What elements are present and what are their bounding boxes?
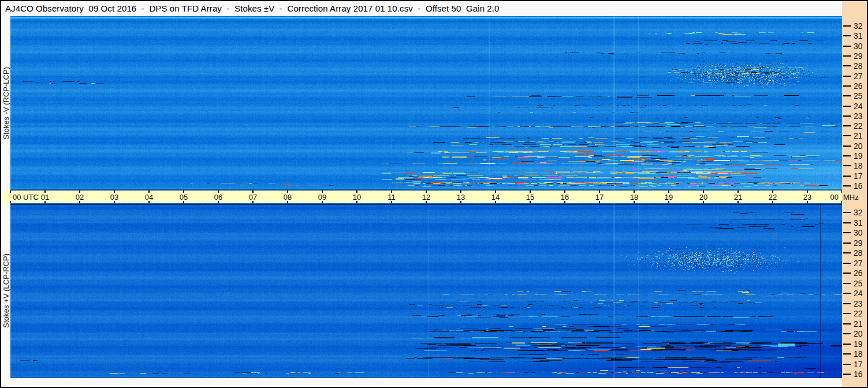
freq-tick	[843, 146, 851, 147]
freq-tick	[843, 333, 851, 334]
time-label-00: 00	[830, 193, 839, 202]
freq-tick	[843, 85, 851, 87]
freq-label-25: 25	[854, 279, 863, 288]
freq-tick	[843, 155, 851, 156]
freq-label-24: 24	[854, 289, 863, 298]
panel-bottom-ylabel: Stokes +V (LCP-RCP)	[2, 253, 10, 328]
time-label-14: 14	[491, 193, 500, 202]
freq-label-30: 30	[854, 228, 863, 237]
freq-label-23: 23	[854, 299, 863, 308]
time-label-12: 12	[422, 193, 430, 202]
time-label-22: 22	[769, 193, 777, 202]
freq-label-21: 21	[854, 319, 863, 329]
freq-tick	[843, 364, 851, 365]
time-label-06: 06	[214, 193, 222, 202]
freq-tick	[843, 135, 851, 136]
freq-label-16: 16	[854, 181, 863, 191]
title-bar: AJ4CO Observatory 09 Oct 2016 - DPS on T…	[1, 1, 842, 16]
frequency-axis-top: 3231302928272625242322212019181716	[842, 16, 867, 191]
time-label-04: 04	[145, 193, 153, 202]
time-label-00: 00 UTC	[13, 193, 39, 202]
freq-label-26: 26	[854, 268, 863, 278]
freq-tick	[843, 323, 851, 324]
time-label-09: 09	[318, 193, 326, 202]
freq-label-19: 19	[854, 151, 863, 161]
time-label-07: 07	[249, 193, 257, 202]
panel-top-ylabel: Stokes -V (RCP-LCP)	[2, 67, 10, 140]
mhz-unit-label: MHz	[843, 193, 859, 202]
spectrograph-window: AJ4CO Observatory 09 Oct 2016 - DPS on T…	[0, 0, 868, 388]
freq-label-29: 29	[854, 51, 863, 61]
freq-tick	[843, 344, 851, 345]
freq-label-26: 26	[854, 81, 863, 91]
time-label-20: 20	[699, 193, 707, 202]
freq-label-27: 27	[854, 72, 863, 81]
frequency-axis-strip: 3231302928272625242322212019181716 MHz 3…	[842, 1, 867, 387]
freq-tick	[843, 95, 851, 96]
time-label-19: 19	[665, 193, 673, 202]
freq-tick	[843, 313, 851, 314]
freq-label-30: 30	[854, 42, 863, 51]
freq-label-27: 27	[854, 259, 863, 268]
freq-tick	[843, 252, 851, 253]
freq-label-25: 25	[854, 91, 863, 100]
time-label-21: 21	[734, 193, 742, 202]
time-label-08: 08	[284, 193, 292, 202]
time-axis: 00 UTC0102030405060708091011121314151617…	[2, 191, 842, 203]
freq-tick	[843, 46, 851, 47]
freq-label-32: 32	[854, 208, 863, 217]
freq-tick	[843, 115, 851, 117]
time-label-15: 15	[526, 193, 534, 202]
freq-label-19: 19	[854, 339, 863, 349]
freq-label-20: 20	[854, 141, 863, 151]
freq-tick	[843, 65, 851, 66]
freq-tick	[843, 55, 851, 57]
freq-tick	[843, 242, 851, 244]
panel-top-ylabel-wrap: Stokes -V (RCP-LCP)	[1, 16, 10, 191]
time-label-23: 23	[803, 193, 811, 202]
frequency-axis-bottom: 3231302928272625242322212019181716	[842, 203, 867, 378]
freq-label-29: 29	[854, 238, 863, 248]
freq-label-28: 28	[854, 61, 863, 70]
freq-label-22: 22	[854, 121, 863, 130]
freq-tick	[843, 263, 851, 264]
time-label-03: 03	[110, 193, 118, 202]
freq-tick	[843, 185, 851, 186]
spectrogram-top-panel	[10, 16, 842, 191]
freq-label-18: 18	[854, 161, 863, 170]
freq-tick	[843, 293, 851, 294]
freq-label-22: 22	[854, 309, 863, 318]
time-label-11: 11	[388, 193, 396, 202]
bottom-margin	[1, 378, 842, 387]
time-label-13: 13	[457, 193, 465, 202]
freq-label-24: 24	[854, 102, 863, 111]
freq-tick	[843, 106, 851, 107]
freq-label-21: 21	[854, 131, 863, 140]
freq-tick	[843, 35, 851, 36]
freq-label-16: 16	[854, 370, 863, 379]
time-label-17: 17	[595, 193, 603, 202]
freq-tick	[843, 353, 851, 355]
time-label-16: 16	[561, 193, 569, 202]
time-label-10: 10	[353, 193, 361, 202]
time-label-02: 02	[76, 193, 84, 202]
freq-tick	[843, 125, 851, 126]
freq-label-17: 17	[854, 171, 863, 181]
freq-label-18: 18	[854, 349, 863, 359]
freq-tick	[843, 25, 851, 27]
freq-tick	[843, 212, 851, 213]
time-label-05: 05	[180, 193, 188, 202]
freq-label-31: 31	[854, 218, 863, 227]
freq-tick	[843, 176, 851, 177]
spectrogram-bottom-panel	[10, 203, 842, 378]
freq-label-23: 23	[854, 111, 863, 121]
freq-tick	[843, 273, 851, 274]
hour-tick	[10, 191, 11, 193]
freq-label-28: 28	[854, 248, 863, 258]
freq-tick	[843, 374, 851, 375]
plot-title: AJ4CO Observatory 09 Oct 2016 - DPS on T…	[5, 1, 500, 16]
freq-tick	[843, 222, 851, 223]
freq-label-31: 31	[854, 31, 863, 40]
freq-label-17: 17	[854, 360, 863, 369]
time-label-01: 01	[41, 193, 49, 202]
